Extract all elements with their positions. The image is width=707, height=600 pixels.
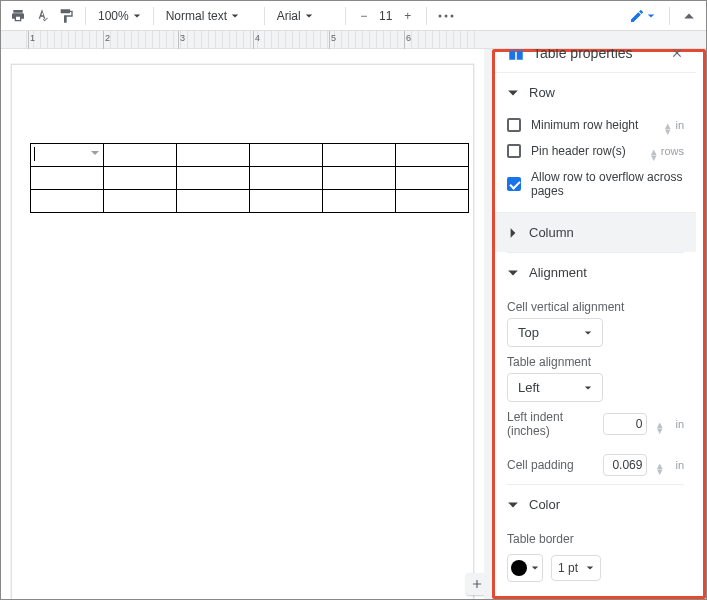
ruler-label: 4 <box>255 33 260 43</box>
font-select[interactable]: Arial <box>275 9 335 23</box>
table-row <box>31 190 469 213</box>
cell-padding-row: Cell padding ▴▾ in <box>507 446 684 484</box>
table-cell[interactable] <box>323 144 396 167</box>
section-alignment-label: Alignment <box>529 265 587 280</box>
cell-vertical-alignment-label: Cell vertical alignment <box>507 292 684 318</box>
section-alignment-header[interactable]: Alignment <box>507 252 684 292</box>
spellcheck-icon[interactable] <box>33 7 51 25</box>
table-properties-panel: Table properties Row Minimum row height … <box>492 49 706 599</box>
font-size-input[interactable]: 11 <box>376 9 396 23</box>
ruler-label: 1 <box>30 33 35 43</box>
print-icon[interactable] <box>9 7 27 25</box>
zoom-value: 100% <box>98 9 129 23</box>
ruler-label: 5 <box>331 33 336 43</box>
ruler-label: 6 <box>406 33 411 43</box>
cell-vertical-alignment-select[interactable]: Top <box>507 318 603 347</box>
table-cell[interactable] <box>323 167 396 190</box>
page <box>11 64 474 599</box>
vertical-scrollbar[interactable] <box>484 49 492 599</box>
svg-point-0 <box>438 14 441 17</box>
svg-point-2 <box>450 14 453 17</box>
left-indent-row: Left indent (inches) ▴▾ in <box>507 402 684 446</box>
table-cell[interactable] <box>177 144 250 167</box>
left-indent-label: Left indent (inches) <box>507 410 593 438</box>
ruler-label: 3 <box>180 33 185 43</box>
unit-label: in <box>675 119 684 131</box>
chevron-down-icon: ▾ <box>665 125 673 131</box>
section-column-header[interactable]: Column <box>495 212 696 252</box>
pin-header-checkbox[interactable] <box>507 144 521 158</box>
overflow-checkbox[interactable] <box>507 177 521 191</box>
border-width-select[interactable]: 1 pt <box>551 555 601 581</box>
chevron-down-icon[interactable] <box>90 148 100 158</box>
chevron-down-icon <box>231 12 239 20</box>
font-size-group: − 11 + <box>356 8 416 24</box>
min-row-height-spinner[interactable]: ▴▾ in <box>665 119 684 131</box>
chevron-down-icon <box>586 564 594 572</box>
table-cell[interactable] <box>31 190 104 213</box>
toolbar-separator <box>345 7 346 25</box>
document-table[interactable] <box>30 143 469 213</box>
pin-header-label: Pin header row(s) <box>531 144 641 158</box>
table-alignment-select[interactable]: Left <box>507 373 603 402</box>
paint-format-icon[interactable] <box>57 7 75 25</box>
section-row-label: Row <box>529 85 555 100</box>
svg-point-1 <box>444 14 447 17</box>
document-area[interactable] <box>1 49 492 599</box>
decrease-font-button[interactable]: − <box>356 8 372 24</box>
pin-header-spinner[interactable]: ▴▾ rows <box>651 145 684 157</box>
chevron-down-icon[interactable]: ▾ <box>657 424 665 430</box>
table-cell[interactable] <box>396 190 469 213</box>
min-row-height-checkbox[interactable] <box>507 118 521 132</box>
toolbar-separator <box>669 7 670 25</box>
chevron-down-icon <box>647 12 655 20</box>
table-alignment-value: Left <box>518 380 540 395</box>
table-cell[interactable] <box>31 144 104 167</box>
table-cell[interactable] <box>104 144 177 167</box>
table-cell[interactable] <box>104 167 177 190</box>
more-icon[interactable] <box>437 7 455 25</box>
increase-font-button[interactable]: + <box>400 8 416 24</box>
toolbar-separator <box>264 7 265 25</box>
border-color-select[interactable] <box>507 554 543 582</box>
table-alignment-label: Table alignment <box>507 347 684 373</box>
table-cell[interactable] <box>31 167 104 190</box>
chevron-down-icon: ▾ <box>651 151 659 157</box>
min-row-height-label: Minimum row height <box>531 118 655 132</box>
table-cell[interactable] <box>396 167 469 190</box>
chevron-down-icon <box>133 12 141 20</box>
table-border-label: Table border <box>507 524 684 550</box>
chevron-down-icon <box>305 12 313 20</box>
toolbar-separator <box>85 7 86 25</box>
chevron-down-icon <box>507 267 519 279</box>
overflow-label: Allow row to overflow across pages <box>531 170 684 198</box>
table-cell[interactable] <box>250 190 323 213</box>
chevron-down-icon <box>531 564 539 572</box>
editing-mode-button[interactable] <box>625 6 659 26</box>
style-select[interactable]: Normal text <box>164 9 254 23</box>
zoom-select[interactable]: 100% <box>96 9 143 23</box>
unit-label: in <box>675 459 684 471</box>
cell-background-color-label: Cell background color <box>507 592 684 600</box>
section-color-header[interactable]: Color <box>507 484 684 524</box>
table-cell[interactable] <box>250 167 323 190</box>
table-cell[interactable] <box>250 144 323 167</box>
left-indent-input[interactable] <box>603 413 647 435</box>
table-cell[interactable] <box>177 167 250 190</box>
table-cell[interactable] <box>104 190 177 213</box>
ruler-label: 2 <box>105 33 110 43</box>
pin-header-row: Pin header row(s) ▴▾ rows <box>507 138 684 164</box>
table-cell[interactable] <box>396 144 469 167</box>
color-swatch-icon <box>511 560 527 576</box>
style-value: Normal text <box>166 9 227 23</box>
chevron-down-icon[interactable]: ▾ <box>657 465 665 471</box>
table-cell[interactable] <box>177 190 250 213</box>
chevron-down-icon <box>507 87 519 99</box>
cell-padding-input[interactable] <box>603 454 647 476</box>
table-cell[interactable] <box>323 190 396 213</box>
ruler[interactable]: 1 2 3 4 5 6 <box>1 31 706 49</box>
chevron-up-icon[interactable] <box>680 7 698 25</box>
section-row-header[interactable]: Row <box>507 73 684 112</box>
chevron-right-icon <box>507 227 519 239</box>
table-row <box>31 144 469 167</box>
